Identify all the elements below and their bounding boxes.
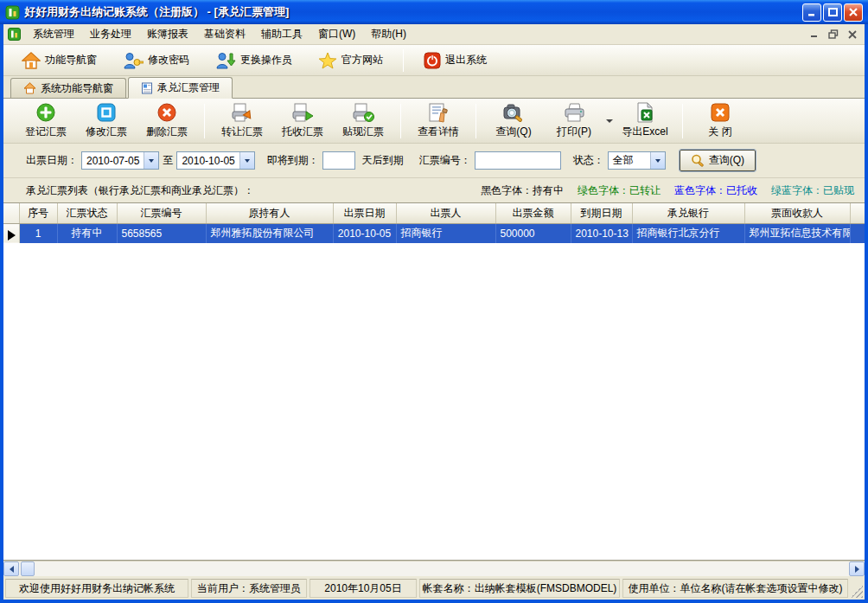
col-bill-status[interactable]: 汇票状态 [57,203,117,223]
due-days-input[interactable] [322,151,355,170]
button-label: 查看详情 [418,125,459,139]
official-website-button[interactable]: 官方网站 [307,48,394,74]
register-bill-button[interactable]: 登记汇票 [16,100,76,142]
delete-bill-icon [156,102,177,123]
button-label: 功能导航窗 [45,53,97,67]
star-icon [318,52,337,69]
button-label: 转让汇票 [221,125,263,139]
close-view-button[interactable]: 关 闭 [690,100,750,142]
legend-transferred: 绿色字体：已转让 [578,183,661,198]
menu-base-data[interactable]: 基础资料 [197,24,252,44]
discount-bill-button[interactable]: 贴现汇票 [333,100,393,142]
col-issue-date[interactable]: 出票日期 [333,203,396,223]
col-payee[interactable]: 票面收款人 [744,203,850,223]
cell-payee: 郑州亚拓信息技术有限公司 [744,223,850,243]
print-dropdown-button[interactable] [604,100,615,142]
print-icon [563,102,585,123]
chevron-down-icon[interactable] [650,152,665,169]
legend-holding: 黑色字体：持有中 [481,183,564,198]
cell-due-date: 2010-10-13 [571,223,632,243]
export-excel-button[interactable]: 导出Excel [615,100,675,142]
scrollbar-thumb[interactable] [21,561,35,576]
exit-system-button[interactable]: 退出系统 [412,48,498,74]
delete-bill-button[interactable]: 删除汇票 [137,100,197,142]
col-filler [850,203,865,223]
button-label: 更换操作员 [240,53,292,67]
list-caption-row: 承兑汇票列表（银行承兑汇票和商业承兑汇票）： 黑色字体：持有中 绿色字体：已转让… [3,178,865,202]
menubar: 系统管理 业务处理 账簿报表 基础资料 辅助工具 窗口(W) 帮助(H) [3,24,865,45]
current-row-arrow-icon [8,230,16,241]
menu-help[interactable]: 帮助(H) [364,24,413,44]
user-switch-icon [215,52,236,69]
query-button[interactable]: 查询(Q) [483,100,544,142]
chevron-down-icon[interactable] [239,152,254,169]
scroll-left-button[interactable] [3,561,19,576]
table-header-row: 序号 汇票状态 汇票编号 原持有人 出票日期 出票人 出票金额 到期日期 承兑银… [3,203,865,223]
switch-operator-button[interactable]: 更换操作员 [204,48,303,74]
power-icon [424,52,441,69]
chevron-down-icon[interactable] [144,152,158,169]
due-soon-label: 即将到期： [267,153,319,168]
col-seq[interactable]: 序号 [19,203,57,223]
collect-bill-button[interactable]: 托收汇票 [272,100,333,142]
button-label: 查询(Q) [495,125,531,139]
cell-seq: 1 [19,223,57,243]
col-bill-number[interactable]: 汇票编号 [117,203,206,223]
menu-business-process[interactable]: 业务处理 [83,24,138,44]
menu-window[interactable]: 窗口(W) [311,24,362,44]
home-small-icon [23,82,36,94]
resize-grip[interactable] [851,586,863,598]
issue-date-to-combo[interactable]: 2010-10-05 [176,151,254,170]
user-key-icon [123,52,144,69]
col-original-holder[interactable]: 原持有人 [206,203,333,223]
mdi-close-button[interactable] [844,27,861,42]
button-label: 贴现汇票 [342,125,384,139]
cell-amount: 500000 [495,223,571,243]
button-label: 打印(P) [557,125,591,139]
button-label: 修改汇票 [86,125,127,139]
col-due-date[interactable]: 到期日期 [571,203,632,223]
tab-label: 承兑汇票管理 [157,80,220,95]
document-small-icon [141,82,153,94]
status-account-set: 帐套名称：出纳帐套模板(FMSDBMODEL) [419,579,620,598]
filter-query-button[interactable]: 查询(Q) [680,150,756,171]
view-detail-button[interactable]: 查看详情 [408,100,469,142]
transfer-bill-icon [231,102,253,123]
scroll-right-button[interactable] [849,561,865,576]
col-amount[interactable]: 出票金额 [495,203,571,223]
due-days-suffix-label: 天后到期 [362,153,404,168]
horizontal-scrollbar[interactable] [3,561,865,576]
menu-ledger-reports[interactable]: 账簿报表 [140,24,195,44]
issue-date-from-combo[interactable]: 2010-07-05 [81,151,159,170]
mdi-minimize-button[interactable] [806,27,823,42]
table-row[interactable]: 1 持有中 5658565 郑州雅拓股份有限公司 2010-10-05 招商银行… [3,223,865,243]
cell-bill-status: 持有中 [57,223,117,243]
close-button[interactable] [844,3,863,22]
menu-aux-tools[interactable]: 辅助工具 [254,24,310,44]
menu-system-management[interactable]: 系统管理 [26,24,81,44]
tab-bill-management[interactable]: 承兑汇票管理 [128,77,233,99]
status-combo[interactable]: 全部 [608,151,666,170]
change-password-button[interactable]: 修改密码 [112,48,201,74]
transfer-bill-button[interactable]: 转让汇票 [212,100,272,142]
tab-system-nav[interactable]: 系统功能导航窗 [10,78,126,98]
combo-value: 全部 [609,153,650,168]
nav-window-button[interactable]: 功能导航窗 [10,48,108,74]
list-caption: 承兑汇票列表（银行承兑汇票和商业承兑汇票）： [26,183,467,198]
status-company: 使用单位：单位名称(请在帐套选项设置中修改) [622,579,848,598]
col-accepting-bank[interactable]: 承兑银行 [632,203,744,223]
print-button[interactable]: 打印(P) [544,100,604,142]
bill-number-input[interactable] [475,151,561,170]
magnifier-icon [691,154,705,167]
scrollbar-track[interactable] [35,561,849,576]
toolbar-separator [682,104,683,138]
edit-bill-button[interactable]: 修改汇票 [76,100,137,142]
col-issuer[interactable]: 出票人 [396,203,495,223]
tab-label: 系统功能导航窗 [41,81,113,96]
maximize-button[interactable] [823,3,842,22]
add-bill-icon [35,102,56,123]
mdi-tabstrip: 系统功能导航窗 承兑汇票管理 [3,76,865,99]
mdi-restore-button[interactable] [825,27,842,42]
row-selector-cell [3,223,19,243]
minimize-button[interactable] [802,3,821,22]
